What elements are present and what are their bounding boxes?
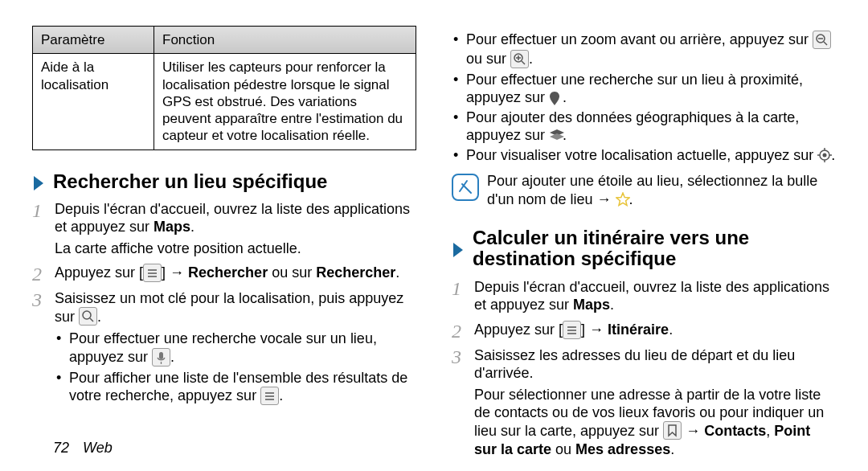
step-1: Depuis l'écran d'accueil, ouvrez la list… xyxy=(32,200,416,258)
step-3: Saisissez un mot clé pour la localisatio… xyxy=(32,289,416,406)
heading-itinerary: Calculer un itinéraire vers une destinat… xyxy=(452,227,836,270)
step3-bullets: Pour effectuer une recherche vocale sur … xyxy=(55,330,416,406)
bullet-mylocation: Pour visualiser votre localisation actue… xyxy=(452,146,836,165)
microphone-icon xyxy=(152,348,170,367)
bullet-nearby: Pour effectuer une recherche sur un lieu… xyxy=(452,71,836,107)
zoom-out-icon xyxy=(813,31,831,49)
heading-text: Calculer un itinéraire vers une destinat… xyxy=(473,227,836,270)
step-1r: Depuis l'écran d'accueil, ouvrez la list… xyxy=(452,278,836,314)
zoom-in-icon xyxy=(510,50,529,68)
svg-marker-18 xyxy=(550,133,564,140)
svg-rect-5 xyxy=(159,352,163,359)
note-text: Pour ajouter une étoile au lieu, sélecti… xyxy=(487,172,836,208)
steps-list-right: Depuis l'écran d'accueil, ouvrez la list… xyxy=(452,278,836,465)
heading-text: Rechercher un lieu spécifique xyxy=(53,171,327,192)
chevron-right-icon xyxy=(32,174,47,192)
heading-search-location: Rechercher un lieu spécifique xyxy=(32,171,416,192)
right-column: Pour effectuer un zoom avant ou arrière,… xyxy=(434,26,836,455)
table-row: Aide à la localisation Utiliser les capt… xyxy=(33,54,416,149)
menu-icon xyxy=(143,264,162,282)
list-icon xyxy=(260,387,279,405)
page-root: Paramètre Fonction Aide à la localisatio… xyxy=(0,0,868,471)
step-2r: Appuyez sur [] → Itinéraire. xyxy=(452,321,836,340)
star-outline-icon xyxy=(616,192,629,206)
step3r-sub: Pour sélectionner une adresse à partir d… xyxy=(474,386,836,459)
left-column: Paramètre Fonction Aide à la localisatio… xyxy=(32,26,434,455)
cell-fonction: Utiliser les capteurs pour renforcer la … xyxy=(154,54,416,149)
step1-bold: Maps xyxy=(154,219,190,235)
bullet-results-list: Pour afficher une liste de l'ensemble de… xyxy=(55,369,416,406)
layers-icon xyxy=(549,129,563,142)
bookmark-icon xyxy=(663,421,682,440)
step1-sub: La carte affiche votre position actuelle… xyxy=(55,240,416,258)
footer-section: Web xyxy=(83,440,113,456)
svg-line-16 xyxy=(522,61,525,64)
svg-point-3 xyxy=(83,311,91,319)
table-header-param: Paramètre xyxy=(33,27,154,54)
right-bullets: Pour effectuer un zoom avant ou arrière,… xyxy=(452,29,836,166)
chevron-right-icon xyxy=(452,241,466,259)
search-icon xyxy=(79,307,97,326)
note-star: Pour ajouter une étoile au lieu, sélecti… xyxy=(452,172,836,208)
step-2: Appuyez sur [] → Rechercher ou sur Reche… xyxy=(32,264,416,283)
bullet-layers: Pour ajouter des données géographiques à… xyxy=(452,109,836,145)
svg-marker-26 xyxy=(616,193,629,206)
steps-list-left: Depuis l'écran d'accueil, ouvrez la list… xyxy=(32,200,416,406)
svg-line-4 xyxy=(90,318,93,322)
svg-line-12 xyxy=(824,42,827,45)
step3-text: Saisissez un mot clé pour la localisatio… xyxy=(55,290,403,325)
bullet-zoom: Pour effectuer un zoom avant ou arrière,… xyxy=(452,31,836,69)
step2-text-a: Appuyez sur [ xyxy=(55,264,143,281)
bullet-voice-search: Pour effectuer une recherche vocale sur … xyxy=(55,330,416,367)
page-footer: 72 Web xyxy=(53,439,113,457)
page-number: 72 xyxy=(53,439,69,457)
my-location-icon xyxy=(817,148,831,162)
parameter-table: Paramètre Fonction Aide à la localisatio… xyxy=(32,26,416,150)
places-pin-icon xyxy=(549,91,563,104)
menu-icon xyxy=(563,321,581,339)
step-3r: Saisissez les adresses du lieu de départ… xyxy=(452,346,836,459)
svg-point-20 xyxy=(823,154,827,158)
note-icon xyxy=(452,174,479,206)
step1-text: Depuis l'écran d'accueil, ouvrez la list… xyxy=(55,201,410,236)
cell-param: Aide à la localisation xyxy=(33,54,154,149)
table-header-fonction: Fonction xyxy=(154,27,416,54)
